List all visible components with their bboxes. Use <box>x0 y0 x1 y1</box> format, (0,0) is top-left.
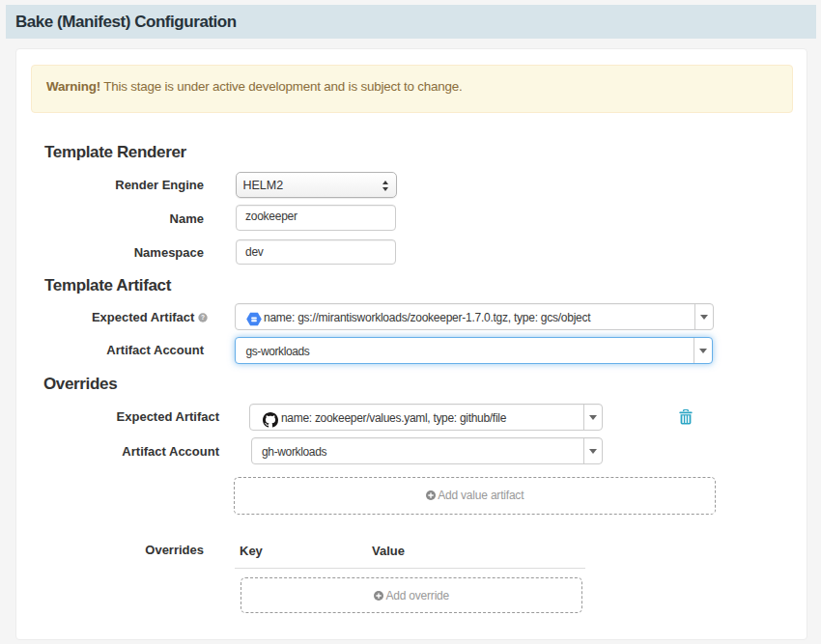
svg-text:?: ? <box>201 314 205 321</box>
